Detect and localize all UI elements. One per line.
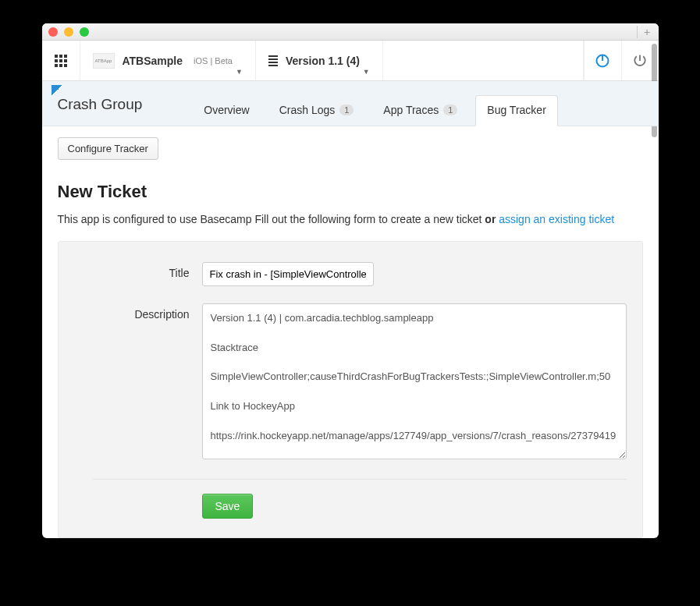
power-icon <box>595 53 610 69</box>
chevron-down-icon: ▼ <box>363 68 370 76</box>
list-icon <box>268 55 278 66</box>
app-selector[interactable]: ATBApp ATBSample iOS | Beta ▼ <box>80 41 256 80</box>
toolbar-spacer <box>383 41 584 80</box>
title-input[interactable] <box>202 262 374 286</box>
subnav: Crash Group Overview Crash Logs 1 App Tr… <box>42 81 659 126</box>
assign-existing-ticket-link[interactable]: assign an existing ticket <box>499 213 614 225</box>
top-toolbar: ATBApp ATBSample iOS | Beta ▼ Version 1.… <box>42 41 659 81</box>
apps-grid-icon <box>55 55 67 67</box>
tabs: Overview Crash Logs 1 App Traces 1 Bug T… <box>192 95 558 126</box>
tab-label: App Traces <box>383 104 439 116</box>
group-title-text: Crash Group <box>58 96 143 112</box>
configure-tracker-button[interactable]: Configure Tracker <box>58 137 158 160</box>
ticket-form: Title Description Save <box>58 241 643 538</box>
content-scroll[interactable]: ATBApp ATBSample iOS | Beta ▼ Version 1.… <box>42 41 659 538</box>
tab-badge: 1 <box>443 105 457 115</box>
page-title: New Ticket <box>58 182 643 202</box>
page-body: Configure Tracker New Ticket This app is… <box>42 126 659 538</box>
window-controls <box>48 27 89 37</box>
title-row: Title <box>74 262 627 286</box>
account-button[interactable] <box>584 41 621 80</box>
tab-crash-logs[interactable]: Crash Logs 1 <box>268 95 366 126</box>
corner-decoration <box>52 85 62 96</box>
maximize-window-button[interactable] <box>80 27 89 37</box>
apps-menu[interactable] <box>42 41 80 80</box>
description-textarea[interactable] <box>202 303 627 459</box>
form-divider <box>93 479 627 480</box>
chevron-down-icon: ▼ <box>236 68 243 76</box>
new-tab-button[interactable]: + <box>637 26 652 38</box>
title-label: Title <box>74 262 190 279</box>
app-logo: ATBApp <box>93 53 115 69</box>
tab-label: Crash Logs <box>279 104 336 116</box>
save-row: Save <box>74 494 627 519</box>
save-button[interactable]: Save <box>202 494 254 519</box>
help-text-or: or <box>485 213 496 225</box>
app-window: + ATBApp ATBSample iOS | Beta ▼ Version … <box>42 23 659 538</box>
help-text: This app is configured to use Basecamp F… <box>58 213 643 225</box>
minimize-window-button[interactable] <box>64 27 73 37</box>
tab-bug-tracker[interactable]: Bug Tracker <box>475 95 557 126</box>
description-row: Description <box>74 303 627 462</box>
tab-label: Bug Tracker <box>487 104 545 116</box>
close-window-button[interactable] <box>48 27 58 37</box>
version-selector[interactable]: Version 1.1 (4) ▼ <box>256 41 383 80</box>
power-icon <box>632 53 648 69</box>
description-label: Description <box>74 303 190 321</box>
window-titlebar: + <box>42 23 659 41</box>
tab-label: Overview <box>204 104 249 116</box>
page-group-title: Crash Group <box>58 83 143 126</box>
app-name: ATBSample <box>123 55 183 67</box>
version-label: Version 1.1 (4) <box>286 55 360 67</box>
app-platform-tags: iOS | Beta <box>194 56 233 66</box>
help-text-prefix: This app is configured to use Basecamp F… <box>58 213 485 225</box>
tab-app-traces[interactable]: App Traces 1 <box>371 95 469 126</box>
tab-badge: 1 <box>339 105 354 115</box>
tab-overview[interactable]: Overview <box>192 95 261 126</box>
